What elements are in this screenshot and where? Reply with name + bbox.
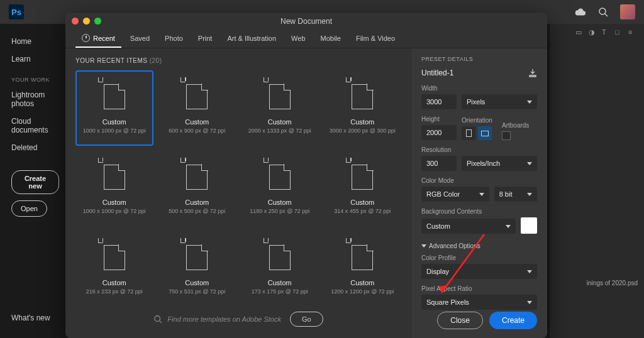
save-preset-icon[interactable] (528, 68, 537, 77)
your-work-heading: YOUR WORK (11, 68, 59, 86)
color-mode-select[interactable]: RGB Color (421, 187, 489, 202)
preset-card[interactable]: Custom1000 x 1000 px @ 72 ppi (75, 151, 153, 226)
document-name-input[interactable]: Untitled-1 (421, 68, 453, 77)
document-icon (266, 163, 294, 191)
preset-card[interactable]: Custom1200 x 1200 px @ 72 ppi (324, 231, 402, 307)
preset-name: Custom (350, 199, 374, 206)
nav-cloud[interactable]: Cloud documents (11, 112, 59, 139)
preset-card[interactable]: Custom3000 x 2000 px @ 300 ppi (324, 70, 402, 146)
tab-recent[interactable]: Recent (75, 30, 121, 48)
svg-point-0 (599, 8, 606, 14)
open-button[interactable]: Open (11, 200, 47, 217)
svg-line-1 (605, 14, 608, 16)
go-button[interactable]: Go (290, 312, 323, 327)
preset-card[interactable]: Custom314 x 455 px @ 72 ppi (324, 151, 402, 226)
create-button[interactable]: Create (489, 312, 537, 329)
preset-details-panel: PRESET DETAILS Untitled-1 Width Pixels H… (411, 48, 547, 338)
preset-card[interactable]: Custom1180 x 250 px @ 72 ppi (241, 151, 319, 226)
par-label: Pixel Aspect Ratio (421, 285, 537, 292)
preset-card[interactable]: Custom750 x 531 px @ 72 ppi (158, 231, 236, 307)
color-profile-select[interactable]: Display (421, 264, 537, 279)
recent-file-name[interactable]: inings of 2020.psd (587, 280, 638, 286)
user-avatar[interactable] (620, 4, 635, 19)
nav-learn[interactable]: Learn (11, 50, 59, 68)
document-icon (101, 163, 128, 191)
preset-dimensions: 2000 x 1333 px @ 72 ppi (248, 128, 311, 134)
panel-icon[interactable]: T (602, 28, 611, 38)
width-label: Width (421, 85, 537, 92)
minimize-window-icon[interactable] (83, 18, 90, 25)
orientation-landscape[interactable] (478, 126, 492, 140)
preset-card[interactable]: Custom1000 x 1000 px @ 72 ppi (75, 70, 153, 146)
preset-dimensions: 1000 x 1000 px @ 72 ppi (83, 128, 146, 134)
tab-art[interactable]: Art & Illustration (221, 30, 282, 48)
preset-dimensions: 173 x 175 px @ 72 ppi (252, 288, 308, 295)
search-icon[interactable] (597, 6, 609, 18)
document-icon (348, 244, 376, 271)
chevron-down-icon (527, 270, 532, 273)
presets-area: YOUR RECENT ITEMS (20) Custom1000 x 1000… (65, 48, 411, 338)
color-mode-label: Color Mode (421, 177, 537, 184)
document-icon (101, 244, 128, 271)
whats-new-link[interactable]: What's new (11, 313, 50, 322)
height-input[interactable] (421, 125, 457, 140)
create-new-button[interactable]: Create new (11, 170, 59, 194)
width-input[interactable] (421, 94, 457, 109)
document-icon (101, 83, 128, 111)
par-select[interactable]: Square Pixels (421, 295, 537, 310)
chevron-down-icon (527, 162, 532, 165)
panel-icon[interactable]: ◑ (589, 28, 598, 38)
tab-web[interactable]: Web (285, 30, 311, 48)
background-color-swatch[interactable] (521, 217, 537, 234)
bit-depth-select[interactable]: 8 bit (494, 187, 537, 202)
preset-name: Custom (185, 279, 209, 286)
orientation-label: Orientation (462, 117, 497, 124)
preset-dimensions: 600 x 900 px @ 72 ppi (169, 128, 225, 134)
nav-deleted[interactable]: Deleted (11, 139, 59, 156)
advanced-options-toggle[interactable]: Advanced Options (421, 243, 537, 249)
document-icon (266, 244, 294, 271)
unit-select[interactable]: Pixels (462, 94, 537, 109)
preset-name: Custom (103, 199, 126, 206)
resolution-input[interactable] (421, 156, 457, 171)
preset-card[interactable]: Custom173 x 175 px @ 72 ppi (241, 231, 319, 307)
tab-film[interactable]: Film & Video (350, 30, 401, 48)
stock-search-input[interactable]: Find more templates on Adobe Stock (153, 315, 281, 324)
nav-lightroom[interactable]: Lightroom photos (11, 86, 59, 112)
recent-items-header: YOUR RECENT ITEMS (20) (75, 57, 401, 64)
color-profile-label: Color Profile (421, 254, 537, 261)
artboards-label: Artboards (502, 122, 537, 129)
preset-card[interactable]: Custom500 x 500 px @ 72 ppi (158, 151, 236, 226)
panel-icon[interactable]: □ (615, 28, 625, 38)
preset-card[interactable]: Custom600 x 900 px @ 72 ppi (158, 70, 236, 146)
close-window-icon[interactable] (72, 18, 79, 25)
preset-name: Custom (185, 199, 209, 206)
right-panels: ▭ ◑ T □ ≡ (550, 24, 644, 338)
nav-home[interactable]: Home (11, 33, 59, 50)
chevron-down-icon (527, 301, 532, 304)
preset-card[interactable]: Custom2000 x 1333 px @ 72 ppi (241, 70, 319, 146)
tab-photo[interactable]: Photo (158, 30, 189, 48)
resolution-unit-select[interactable]: Pixels/Inch (462, 156, 537, 171)
window-controls (72, 18, 101, 25)
document-icon (183, 244, 211, 271)
preset-card[interactable]: Custom216 x 233 px @ 72 ppi (75, 231, 153, 307)
maximize-window-icon[interactable] (94, 18, 101, 25)
home-left-panel: Home Learn YOUR WORK Lightroom photos Cl… (0, 24, 65, 217)
close-button[interactable]: Close (437, 312, 483, 329)
preset-name: Custom (268, 279, 292, 286)
dialog-titlebar: New Document (65, 13, 547, 30)
cloud-icon[interactable] (575, 6, 586, 18)
orientation-portrait[interactable] (462, 126, 475, 140)
tab-print[interactable]: Print (192, 30, 219, 48)
panel-icon[interactable]: ▭ (575, 28, 585, 38)
preset-dimensions: 500 x 500 px @ 72 ppi (169, 208, 225, 214)
panel-icon[interactable]: ≡ (628, 28, 638, 38)
background-select[interactable]: Custom (421, 219, 516, 234)
tab-mobile[interactable]: Mobile (314, 30, 347, 48)
preset-dimensions: 1180 x 250 px @ 72 ppi (250, 208, 309, 214)
dialog-footer: Close Create (437, 312, 537, 329)
preset-name: Custom (350, 118, 374, 126)
artboards-checkbox[interactable] (502, 131, 511, 140)
tab-saved[interactable]: Saved (124, 30, 156, 48)
